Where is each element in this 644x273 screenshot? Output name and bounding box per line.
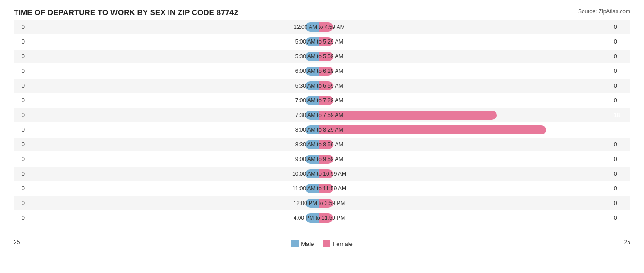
- bar-row: 05:30 AM to 5:59 AM0: [14, 50, 630, 63]
- bars-center: 7:30 AM to 7:59 AM: [27, 108, 612, 122]
- bars-center: 4:00 PM to 11:59 PM: [27, 211, 612, 225]
- female-bar: [319, 22, 333, 32]
- bar-row: 07:30 AM to 7:59 AM18: [14, 108, 630, 122]
- male-bar: [306, 81, 319, 90]
- bar-row: 06:00 AM to 6:29 AM0: [14, 64, 630, 78]
- bar-left-value: 0: [14, 141, 27, 148]
- female-bar: [319, 37, 333, 46]
- legend-female-label: Female: [333, 240, 352, 247]
- bottom-area: 25 Male Female 25: [14, 237, 630, 247]
- legend-female: Female: [323, 240, 352, 247]
- bar-row: 010:00 AM to 10:59 AM0: [14, 167, 630, 181]
- bar-left-value: 0: [14, 185, 27, 192]
- female-bar: [319, 155, 333, 164]
- bars-center: 12:00 PM to 3:59 PM: [27, 196, 612, 210]
- chart-title: TIME OF DEPARTURE TO WORK BY SEX IN ZIP …: [14, 8, 630, 17]
- legend-male-label: Male: [301, 240, 314, 247]
- bar-right-value: 0: [612, 156, 630, 162]
- bar-right-value: 0: [612, 39, 630, 45]
- male-bar: [306, 125, 319, 134]
- bars-center: 8:30 AM to 8:59 AM: [27, 138, 612, 151]
- bar-left-value: 0: [14, 156, 27, 162]
- bars-center: 5:00 AM to 5:29 AM: [27, 35, 612, 49]
- bar-row: 08:00 AM to 8:29 AM23: [14, 123, 630, 137]
- bar-left-value: 0: [14, 68, 27, 74]
- bar-right-value: 23: [612, 127, 630, 133]
- bar-right-value: 0: [612, 68, 630, 74]
- bar-right-value: 0: [612, 24, 630, 30]
- source-label: Source: ZipAtlas.com: [578, 8, 630, 15]
- female-bar: [319, 199, 333, 208]
- female-bar: [319, 96, 333, 105]
- male-bar: [306, 184, 319, 193]
- female-bar: [319, 67, 333, 76]
- bar-right-value: 0: [612, 83, 630, 89]
- bar-left-value: 0: [14, 112, 27, 118]
- female-bar: [319, 52, 333, 61]
- bar-row: 08:30 AM to 8:59 AM0: [14, 138, 630, 151]
- male-bar: [306, 52, 319, 61]
- chart-container: TIME OF DEPARTURE TO WORK BY SEX IN ZIP …: [0, 0, 644, 273]
- bars-center: 9:00 AM to 9:59 AM: [27, 152, 612, 166]
- bar-value-badge: 18: [614, 112, 620, 118]
- bars-center: 10:00 AM to 10:59 AM: [27, 167, 612, 181]
- female-bar: [319, 169, 333, 178]
- bar-right-value: 0: [612, 200, 630, 206]
- bar-row: 05:00 AM to 5:29 AM0: [14, 35, 630, 49]
- chart-area: 012:00 AM to 4:59 AM005:00 AM to 5:29 AM…: [14, 20, 630, 234]
- bars-center: 7:00 AM to 7:29 AM: [27, 94, 612, 107]
- bar-row: 011:00 AM to 11:59 AM0: [14, 182, 630, 195]
- male-bar: [306, 96, 319, 105]
- legend-male: Male: [291, 240, 314, 247]
- bar-row: 09:00 AM to 9:59 AM0: [14, 152, 630, 166]
- bar-left-value: 0: [14, 39, 27, 45]
- female-bar: [319, 140, 333, 149]
- bar-left-value: 0: [14, 200, 27, 206]
- bar-row: 06:30 AM to 6:59 AM0: [14, 79, 630, 93]
- bar-right-value: 0: [612, 185, 630, 192]
- bars-center: 12:00 AM to 4:59 AM: [27, 20, 612, 34]
- bar-left-value: 0: [14, 215, 27, 221]
- bar-right-value: 0: [612, 97, 630, 104]
- bars-center: 8:00 AM to 8:29 AM: [27, 123, 612, 137]
- bar-right-value: 0: [612, 215, 630, 221]
- male-bar: [306, 155, 319, 164]
- male-bar: [306, 213, 319, 223]
- bar-right-value: 0: [612, 141, 630, 148]
- male-bar: [306, 140, 319, 149]
- female-bar: [319, 81, 333, 90]
- bar-left-value: 0: [14, 53, 27, 60]
- male-bar: [306, 37, 319, 46]
- legend-male-box: [291, 240, 299, 247]
- bar-left-value: 0: [14, 24, 27, 30]
- x-axis-right: 25: [624, 239, 630, 245]
- male-bar: [306, 199, 319, 208]
- female-bar: [319, 111, 497, 120]
- bar-left-value: 0: [14, 127, 27, 133]
- bar-right-value: 0: [612, 53, 630, 60]
- male-bar: [306, 169, 319, 178]
- bar-left-value: 0: [14, 83, 27, 89]
- x-axis-left: 25: [14, 239, 20, 245]
- bar-row: 07:00 AM to 7:29 AM0: [14, 94, 630, 107]
- male-bar: [306, 22, 319, 32]
- legend: Male Female: [291, 240, 353, 247]
- bar-row: 012:00 AM to 4:59 AM0: [14, 20, 630, 34]
- bars-center: 5:30 AM to 5:59 AM: [27, 50, 612, 63]
- bars-center: 11:00 AM to 11:59 AM: [27, 182, 612, 195]
- legend-female-box: [323, 240, 330, 247]
- bar-left-value: 0: [14, 171, 27, 177]
- bar-row: 04:00 PM to 11:59 PM0: [14, 211, 630, 225]
- bar-right-value: 0: [612, 171, 630, 177]
- bar-value-badge: 23: [614, 127, 620, 133]
- bars-center: 6:00 AM to 6:29 AM: [27, 64, 612, 78]
- female-bar: [319, 213, 333, 223]
- bars-center: 6:30 AM to 6:59 AM: [27, 79, 612, 93]
- bar-row: 012:00 PM to 3:59 PM0: [14, 196, 630, 210]
- bar-left-value: 0: [14, 97, 27, 104]
- bar-right-value: 18: [612, 112, 630, 118]
- female-bar: [319, 184, 333, 193]
- male-bar: [306, 67, 319, 76]
- female-bar: [319, 125, 546, 134]
- male-bar: [306, 111, 319, 120]
